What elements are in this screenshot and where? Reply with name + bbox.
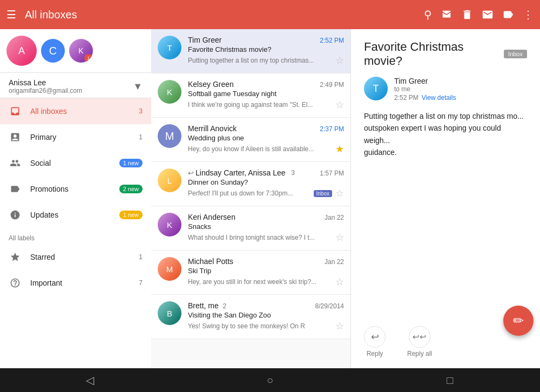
email-subject-4: Dinner on Sunday? bbox=[188, 178, 344, 186]
email-star-7[interactable]: ☆ bbox=[335, 320, 344, 332]
email-item-3[interactable]: M Merrill Anovick 2:37 PM Wedding plus o… bbox=[151, 118, 350, 162]
sidebar-item-primary[interactable]: Primary 1 bbox=[0, 124, 151, 150]
email-time-2: 2:49 PM bbox=[320, 81, 344, 89]
sidebar-item-starred[interactable]: Starred 1 bbox=[0, 244, 151, 270]
email-avatar-4: L bbox=[158, 168, 181, 192]
email-list: T Tim Greer 2:52 PM Favorite Christmas m… bbox=[151, 29, 351, 368]
detail-to: to me bbox=[394, 85, 527, 93]
email-time-3: 2:37 PM bbox=[320, 125, 344, 133]
social-label: Social bbox=[30, 159, 111, 167]
updates-label: Updates bbox=[30, 211, 111, 219]
detail-sender-row: T Tim Greer to me 2:52 PM View details bbox=[364, 77, 527, 102]
email-item-7[interactable]: B Brett, me 2 8/29/2014 Visiting the San… bbox=[151, 295, 350, 339]
email-sender-2: Kelsey Green bbox=[188, 80, 234, 89]
starred-badge: 1 bbox=[139, 253, 143, 261]
email-item-5[interactable]: K Keri Andersen Jan 22 Snacks What shoul… bbox=[151, 206, 350, 251]
email-item-1[interactable]: T Tim Greer 2:52 PM Favorite Christmas m… bbox=[151, 29, 350, 73]
detail-body: Putting together a list on my top christ… bbox=[364, 110, 527, 305]
email-preview-6: Hey, are you still in for next week's sk… bbox=[188, 278, 332, 286]
email-item-4[interactable]: L ↩ Lindsay Carter, Anissa Lee 3 1:57 PM… bbox=[151, 162, 350, 206]
primary-badge: 1 bbox=[139, 133, 143, 141]
email-time-1: 2:52 PM bbox=[320, 37, 344, 44]
email-star-4[interactable]: ☆ bbox=[335, 187, 344, 199]
reply-all-button[interactable]: ↩↩ Reply all bbox=[407, 326, 432, 357]
all-inboxes-icon bbox=[9, 105, 22, 118]
social-badge: 1 new bbox=[119, 159, 143, 167]
home-button[interactable]: ○ bbox=[256, 368, 284, 392]
search-icon[interactable]: ⚲ bbox=[424, 8, 432, 21]
sidebar-item-social[interactable]: Social 1 new bbox=[0, 150, 151, 176]
reply-button[interactable]: ↩ Reply bbox=[364, 326, 386, 357]
starred-label: Starred bbox=[30, 253, 130, 261]
more-icon[interactable]: ⋮ bbox=[523, 8, 534, 21]
sidebar-item-promotions[interactable]: Promotions 2 new bbox=[0, 176, 151, 202]
email-time-6: Jan 22 bbox=[325, 258, 344, 266]
updates-badge: 1 new bbox=[119, 211, 143, 219]
email-preview-3: Hey, do you know if Aileen is still avai… bbox=[188, 145, 332, 153]
important-badge: 7 bbox=[139, 279, 143, 287]
email-star-3[interactable]: ★ bbox=[335, 143, 344, 155]
email-avatar-1: T bbox=[158, 36, 181, 59]
important-icon bbox=[9, 276, 22, 289]
account-avatar-tertiary[interactable]: K 1 bbox=[69, 39, 93, 63]
primary-label: Primary bbox=[30, 133, 130, 141]
email-preview-5: What should I bring tonight snack wise? … bbox=[188, 234, 332, 241]
email-item-2[interactable]: K Kelsey Green 2:49 PM Softball game Tue… bbox=[151, 73, 350, 118]
account-email: origamifan26@gmail.com bbox=[9, 87, 82, 94]
social-icon bbox=[9, 157, 22, 170]
reply-all-label: Reply all bbox=[407, 350, 432, 357]
email-sender-7: Brett, me 2 bbox=[188, 301, 226, 310]
email-avatar-3: M bbox=[158, 124, 181, 148]
promotions-icon bbox=[9, 183, 22, 195]
sidebar-item-all-inboxes[interactable]: All inboxes 3 bbox=[0, 98, 151, 124]
primary-icon bbox=[9, 131, 22, 144]
view-details-link[interactable]: View details bbox=[422, 94, 456, 102]
avatar-badge: 1 bbox=[84, 54, 93, 63]
compose-fab[interactable]: ✏ bbox=[503, 306, 534, 336]
page-title: All inboxes bbox=[25, 9, 77, 21]
inbox-badge-4: Inbox bbox=[314, 190, 332, 197]
account-name: Anissa Lee bbox=[9, 78, 82, 87]
menu-icon[interactable]: ☰ bbox=[6, 8, 16, 21]
email-sender-5: Keri Andersen bbox=[188, 213, 235, 221]
account-avatar-secondary[interactable]: C bbox=[41, 39, 65, 63]
detail-time: 2:52 PM bbox=[394, 94, 418, 102]
email-star-2[interactable]: ☆ bbox=[335, 99, 344, 111]
email-item-6[interactable]: M Michael Potts Jan 22 Ski Trip Hey, are… bbox=[151, 251, 350, 295]
bottom-nav: ◁ ○ □ bbox=[0, 368, 540, 392]
important-label: Important bbox=[30, 279, 130, 287]
email-preview-7: Yes! Swing by to see the monkeys! On R bbox=[188, 322, 332, 330]
delete-icon[interactable] bbox=[461, 9, 473, 21]
recent-button[interactable]: □ bbox=[436, 368, 463, 392]
mail-icon[interactable] bbox=[482, 9, 494, 21]
account-dropdown-icon[interactable]: ▼ bbox=[133, 81, 143, 92]
reply-icon: ↩ bbox=[364, 326, 386, 348]
email-preview-2: I think we're going up against team "St.… bbox=[188, 101, 332, 109]
account-avatar-primary[interactable]: A bbox=[6, 36, 37, 66]
email-subject-1: Favorite Christmas movie? bbox=[188, 45, 344, 53]
sidebar-item-updates[interactable]: Updates 1 new bbox=[0, 202, 151, 228]
email-sender-6: Michael Potts bbox=[188, 257, 233, 266]
reply-all-icon: ↩↩ bbox=[409, 326, 430, 348]
label-icon[interactable] bbox=[502, 9, 514, 21]
reply-label: Reply bbox=[367, 350, 383, 357]
sidebar-item-important[interactable]: Important 7 bbox=[0, 270, 151, 296]
updates-icon bbox=[9, 208, 22, 221]
email-time-7: 8/29/2014 bbox=[315, 302, 344, 310]
account-header: A C K 1 bbox=[0, 29, 151, 73]
email-subject-7: Visiting the San Diego Zoo bbox=[188, 311, 344, 319]
email-sender-1: Tim Greer bbox=[188, 36, 221, 44]
detail-actions: ↩ Reply ↩↩ Reply all bbox=[364, 317, 527, 357]
email-star-5[interactable]: ☆ bbox=[335, 232, 344, 244]
email-star-1[interactable]: ☆ bbox=[335, 55, 344, 66]
email-preview-1: Putting together a list on my top christ… bbox=[188, 57, 332, 64]
detail-avatar: T bbox=[364, 77, 388, 100]
promotions-badge: 2 new bbox=[119, 185, 143, 193]
email-star-6[interactable]: ☆ bbox=[335, 276, 344, 288]
inbox-label-badge: Inbox bbox=[504, 50, 527, 58]
back-button[interactable]: ◁ bbox=[77, 368, 104, 392]
archive-icon[interactable] bbox=[441, 9, 453, 21]
sidebar: A C K 1 Anissa Lee origamifan26@gmail.co… bbox=[0, 29, 151, 368]
detail-sender-name: Tim Greer bbox=[394, 77, 527, 85]
email-avatar-6: M bbox=[158, 257, 181, 281]
